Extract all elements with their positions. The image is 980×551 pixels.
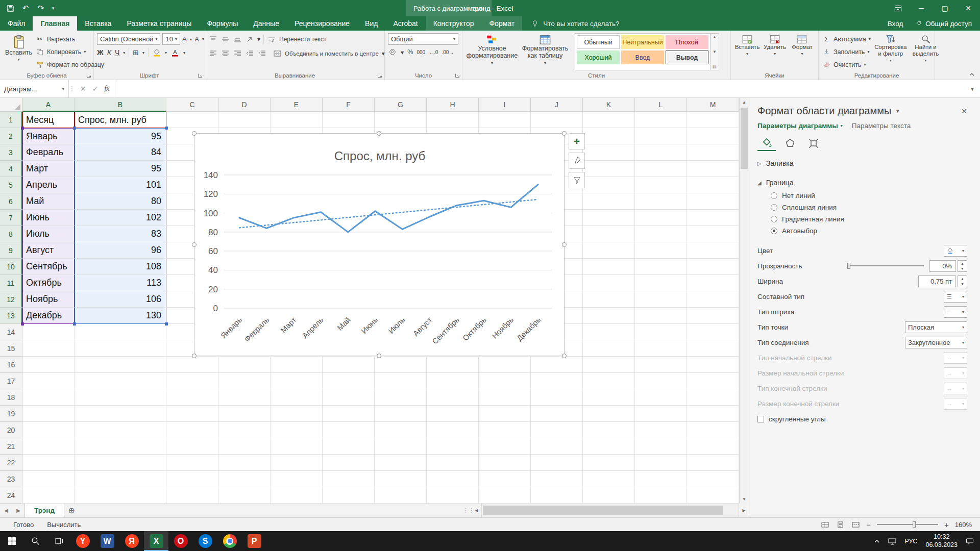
cell-J21[interactable] xyxy=(531,438,583,455)
cell-I19[interactable] xyxy=(479,406,531,422)
cell-I16[interactable] xyxy=(479,357,531,373)
taskbar-app-excel[interactable]: X xyxy=(144,531,168,551)
align-top-icon[interactable] xyxy=(208,35,217,43)
task-view-icon[interactable] xyxy=(47,531,70,551)
cell-M6[interactable] xyxy=(687,193,739,210)
cell-D23[interactable] xyxy=(218,471,271,487)
align-center-icon[interactable] xyxy=(220,49,230,58)
col-header-G[interactable]: G xyxy=(375,98,427,112)
scroll-right-icon[interactable]: ▶ xyxy=(739,504,749,517)
cell-L19[interactable] xyxy=(635,406,687,422)
cell-F18[interactable] xyxy=(323,389,375,406)
cell-K21[interactable] xyxy=(583,438,635,455)
taskbar-app-yandex-browser[interactable]: Y xyxy=(70,531,95,551)
percent-button[interactable]: % xyxy=(407,48,413,56)
cell-I23[interactable] xyxy=(479,471,531,487)
cell-A13[interactable]: Декабрь xyxy=(22,308,75,324)
ribbon-tab-10[interactable]: Формат xyxy=(481,16,522,31)
row-header-22[interactable]: 22 xyxy=(0,455,22,471)
start-button[interactable] xyxy=(0,531,23,551)
col-header-I[interactable]: I xyxy=(479,98,531,112)
cell-C17[interactable] xyxy=(166,373,218,389)
cell-H17[interactable] xyxy=(427,373,479,389)
cell-L17[interactable] xyxy=(635,373,687,389)
cell-D18[interactable] xyxy=(218,389,271,406)
cell-A14[interactable] xyxy=(22,324,75,340)
cell-A22[interactable] xyxy=(22,455,75,471)
number-dialog-launcher[interactable] xyxy=(455,73,460,78)
row-header-15[interactable]: 15 xyxy=(0,340,22,357)
cell-A19[interactable] xyxy=(22,406,75,422)
accounting-format-button[interactable] xyxy=(388,48,397,56)
cell-E23[interactable] xyxy=(271,471,323,487)
style-chip-Обычный[interactable]: Обычный xyxy=(577,35,620,49)
underline-caret[interactable]: ▾ xyxy=(123,51,125,55)
cell-F19[interactable] xyxy=(323,406,375,422)
orientation-caret[interactable]: ▾ xyxy=(257,36,260,43)
borders-caret[interactable]: ▾ xyxy=(142,51,144,55)
ribbon-tab-7[interactable]: Вид xyxy=(357,16,385,31)
new-sheet-button[interactable]: ⊕ xyxy=(64,504,79,517)
row-header-13[interactable]: 13 xyxy=(0,308,22,324)
value-range-handle[interactable] xyxy=(165,322,168,325)
sign-in-link[interactable]: Вход xyxy=(888,20,903,28)
cell-E21[interactable] xyxy=(271,438,323,455)
cell-J22[interactable] xyxy=(531,455,583,471)
cell-I18[interactable] xyxy=(479,389,531,406)
fill-line-icon[interactable] xyxy=(757,136,776,151)
cell-H22[interactable] xyxy=(427,455,479,471)
cell-M13[interactable] xyxy=(687,308,739,324)
vertical-scrollbar[interactable]: ▲ ▼ xyxy=(739,98,749,504)
calculate-indicator[interactable]: Вычислить xyxy=(47,521,81,529)
pane-options-caret[interactable]: ▼ xyxy=(895,109,900,114)
cell-A5[interactable]: Апрель xyxy=(22,177,75,193)
row-header-16[interactable]: 16 xyxy=(0,357,22,373)
chart-resize-handle[interactable] xyxy=(562,242,567,247)
cell-M24[interactable] xyxy=(687,487,739,504)
cell-A1[interactable]: Месяц xyxy=(22,112,75,128)
cell-M22[interactable] xyxy=(687,455,739,471)
save-button[interactable] xyxy=(3,2,17,15)
cell-L21[interactable] xyxy=(635,438,687,455)
cell-L12[interactable] xyxy=(635,291,687,308)
cell-A24[interactable] xyxy=(22,487,75,504)
chart-resize-handle[interactable] xyxy=(192,131,197,136)
style-chip-Хороший[interactable]: Хороший xyxy=(577,51,620,64)
cell-B16[interactable] xyxy=(75,357,166,373)
value-range-handle[interactable] xyxy=(73,322,76,325)
share-button[interactable]: Общий доступ xyxy=(913,19,972,28)
taskbar-search-icon[interactable] xyxy=(23,531,47,551)
cell-B9[interactable]: 96 xyxy=(75,242,166,259)
cell-G16[interactable] xyxy=(375,357,427,373)
cell-K18[interactable] xyxy=(583,389,635,406)
cell-G17[interactable] xyxy=(375,373,427,389)
cell-I17[interactable] xyxy=(479,373,531,389)
cell-K14[interactable] xyxy=(583,324,635,340)
page-break-view-button[interactable] xyxy=(851,520,860,529)
chart-resize-handle[interactable] xyxy=(192,354,197,358)
cell-B15[interactable] xyxy=(75,340,166,357)
align-right-icon[interactable] xyxy=(233,49,242,58)
cell-M10[interactable] xyxy=(687,259,739,275)
col-header-E[interactable]: E xyxy=(271,98,323,112)
underline-button[interactable]: Ч xyxy=(115,48,119,57)
zoom-slider[interactable] xyxy=(877,524,938,525)
taskbar-clock[interactable]: 10:32 06.03.2023 xyxy=(925,533,958,549)
cell-C20[interactable] xyxy=(166,422,218,438)
row-header-5[interactable]: 5 xyxy=(0,177,22,193)
cell-B12[interactable]: 106 xyxy=(75,291,166,308)
zoom-in-button[interactable]: + xyxy=(944,520,949,529)
cell-C23[interactable] xyxy=(166,471,218,487)
cell-G18[interactable] xyxy=(375,389,427,406)
cell-K10[interactable] xyxy=(583,259,635,275)
decrease-indent-icon[interactable] xyxy=(245,49,254,58)
cell-B4[interactable]: 95 xyxy=(75,161,166,177)
cell-A7[interactable]: Июнь xyxy=(22,210,75,226)
find-select-button[interactable]: Найти и выделить▾ xyxy=(911,33,941,70)
name-box[interactable]: Диаграм... ▾ xyxy=(0,80,69,97)
cell-J16[interactable] xyxy=(531,357,583,373)
row-header-11[interactable]: 11 xyxy=(0,275,22,291)
chart-filters-button[interactable] xyxy=(569,172,585,188)
font-color-button[interactable]: А xyxy=(170,48,180,57)
cell-K3[interactable] xyxy=(583,144,635,161)
